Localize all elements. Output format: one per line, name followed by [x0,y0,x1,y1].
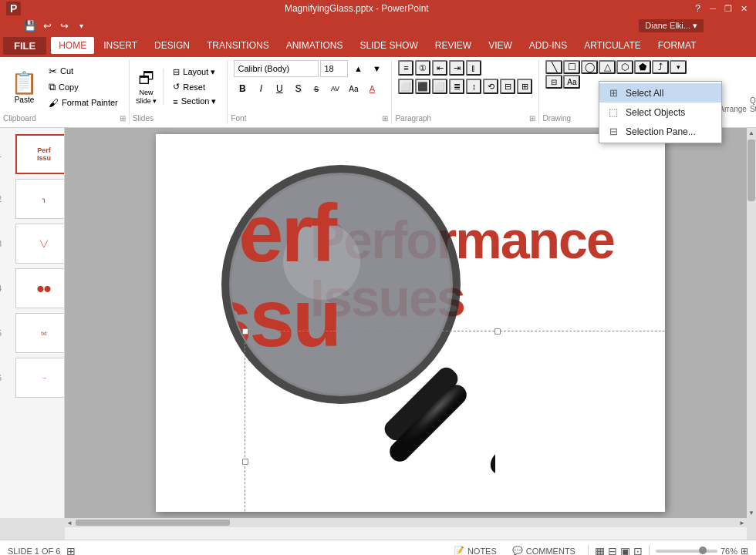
h-scroll-right-arrow[interactable]: ► [737,520,747,526]
undo-button[interactable]: ↩ [40,18,54,32]
decrease-font-size-button[interactable]: ▼ [368,60,385,77]
layout-button[interactable]: ⊟ Layout ▾ [168,66,221,79]
select-objects-icon: ⬚ [607,106,619,118]
section-button[interactable]: ≡ Section ▾ [168,95,221,108]
zoom-slider[interactable] [656,550,717,553]
help-button[interactable]: ? [692,3,704,14]
menu-slideshow[interactable]: SLIDE SHOW [352,37,425,54]
slide-thumb-2[interactable]: ╮ [15,179,65,219]
scroll-up-arrow[interactable]: ▲ [747,128,756,138]
shape-4[interactable]: △ [599,60,616,74]
comments-tab-button[interactable]: 💬 COMMENTS [506,546,582,555]
menu-view[interactable]: VIEW [481,37,520,54]
menu-transitions[interactable]: TRANSITIONS [199,37,277,54]
columns-button[interactable]: ⫿ [466,60,481,76]
slide-thumb-4[interactable]: ⬤⬤ [15,268,65,308]
cut-button[interactable]: ✂ Cut [44,64,123,79]
slide-4-content: ⬤⬤ [37,285,51,292]
shape-5[interactable]: ⬡ [616,60,633,74]
menu-review[interactable]: REVIEW [427,37,479,54]
view-normal-button[interactable]: ▦ [595,545,605,556]
menu-file[interactable]: FILE [3,37,46,55]
qat-more-button[interactable]: ▾ [74,18,88,32]
strikethrough-button[interactable]: S̶ [308,80,325,97]
font-name-input[interactable] [234,60,319,77]
font-expand-icon[interactable]: ⊞ [382,114,388,123]
selection-pane-item[interactable]: ⊟ Selection Pane... [599,122,721,141]
underline-button[interactable]: U [271,80,288,97]
text-direction-button[interactable]: ⟲ [483,79,498,94]
shape-2[interactable]: ☐ [563,60,580,74]
new-slide-button[interactable]: 🗗 NewSlide ▾ [136,69,164,106]
view-reading-button[interactable]: ▣ [620,545,630,556]
copy-button[interactable]: ⧉ Copy [44,79,123,95]
smartart-button[interactable]: ⊞ [517,79,532,94]
menu-home[interactable]: HOME [51,37,94,54]
shapes-more[interactable]: ▾ [670,60,687,74]
align-text-button[interactable]: ⊟ [500,79,515,94]
shape-3[interactable]: ◯ [581,60,598,74]
slide-thumb-3[interactable]: ╲╱ [15,224,65,264]
change-case-button[interactable]: Aa [345,80,362,97]
format-painter-icon: 🖌 [49,97,59,109]
italic-button[interactable]: I [252,80,269,97]
h-scroll-thumb[interactable] [76,520,230,526]
format-painter-button[interactable]: 🖌 Format Painter [44,96,123,110]
slide-thumb-5[interactable]: txt [15,313,65,353]
select-objects-item[interactable]: ⬚ Select Objects [599,103,721,122]
align-center-button[interactable]: ⬛ [415,79,430,94]
shape-7[interactable]: ⤴ [652,60,669,74]
vertical-scroll-thumb[interactable] [748,140,755,201]
h-scroll-left-arrow[interactable]: ◄ [65,520,74,526]
slide-thumb-1[interactable]: PerfIssu [15,134,65,174]
shadow-button[interactable]: S [289,80,306,97]
menu-articulate[interactable]: ARTICULATE [576,37,649,54]
font-size-input[interactable] [320,60,348,77]
view-fullscreen-button[interactable]: ⊡ [633,545,643,556]
slide-5-content: txt [41,331,46,336]
justify-button[interactable]: ≣ [449,79,464,94]
numbering-button[interactable]: ① [415,60,430,76]
scroll-down-arrow[interactable]: ▼ [747,508,756,518]
increase-indent-button[interactable]: ⇥ [449,60,464,76]
view-sorter-button[interactable]: ⊟ [608,545,617,556]
user-account[interactable]: Diane Elki... ▾ [639,19,704,32]
zoom-slider-thumb[interactable] [699,547,707,554]
align-right-button[interactable]: ⬜ [432,79,447,94]
horizontal-scrollbar[interactable]: ◄ ► [65,518,747,527]
save-button[interactable]: 💾 [23,18,37,32]
increase-font-size-button[interactable]: ▲ [349,60,366,77]
decrease-indent-button[interactable]: ⇤ [432,60,447,76]
main-area: 1 PerfIssu 2 ╮ 3 ╲╱ 4 ⬤⬤ 5 [0,128,756,518]
zoom-fit-button[interactable]: ⊞ [741,546,748,556]
close-button[interactable]: ✕ [737,3,750,14]
fit-button[interactable]: ⊞ [66,545,76,556]
slide-thumb-6[interactable]: → [15,358,65,398]
vertical-scrollbar[interactable]: ▲ ▼ [747,128,756,518]
shape-1[interactable]: ╲ [545,60,562,74]
menu-animations[interactable]: ANIMATIONS [278,37,351,54]
bullets-button[interactable]: ≡ [398,60,413,76]
restore-button[interactable]: ❐ [722,3,734,14]
bold-button[interactable]: B [234,80,251,97]
menu-insert[interactable]: INSERT [96,37,145,54]
redo-button[interactable]: ↪ [57,18,71,32]
reset-button[interactable]: ↺ Reset [168,80,221,93]
shape-6[interactable]: ⬟ [634,60,651,74]
paragraph-expand-icon[interactable]: ⊞ [529,114,535,123]
notes-tab-button[interactable]: 📝 NOTES [447,546,503,555]
quick-style-btn[interactable]: Aa [563,75,580,89]
paste-button[interactable]: 📋 Paste [6,67,42,107]
window-title: MagnifyingGlass.pptx - PowerPoint [21,3,692,14]
clipboard-expand-icon[interactable]: ⊞ [120,114,126,123]
select-all-item[interactable]: ⊞ Select All [599,83,721,103]
minimize-button[interactable]: ─ [707,3,719,14]
arrange-btn[interactable]: ⊟ [545,75,562,89]
menu-format[interactable]: FORMAT [650,37,704,54]
menu-design[interactable]: DESIGN [147,37,197,54]
char-spacing-button[interactable]: AV [326,80,343,97]
line-spacing-button[interactable]: ↕ [466,79,481,94]
menu-addins[interactable]: ADD-INS [521,37,575,54]
font-color-button[interactable]: A [363,80,380,97]
align-left-button[interactable]: ⬜ [398,79,413,94]
